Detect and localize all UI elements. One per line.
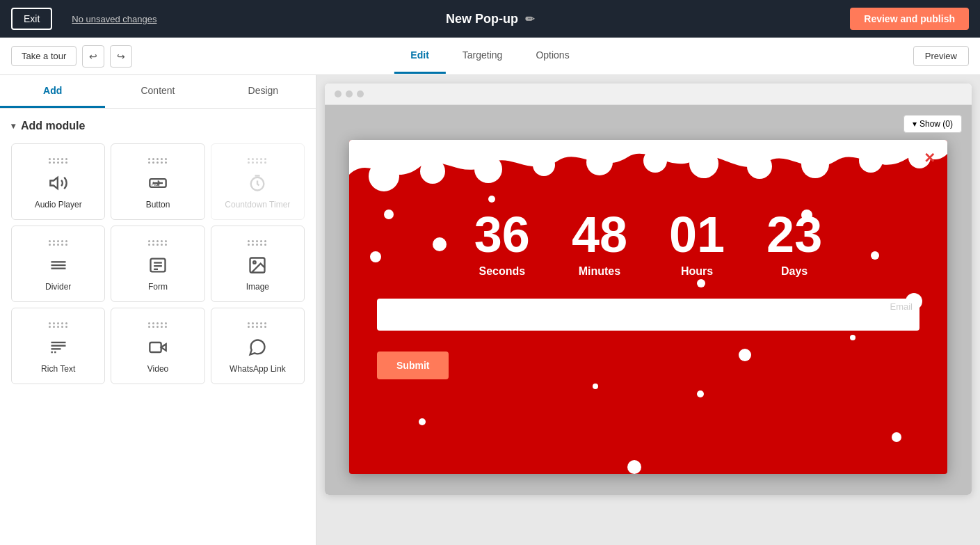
module-grid: Audio Player Aa| Button — [0, 138, 316, 395]
snow-dot — [801, 210, 812, 221]
chevron-down-icon[interactable]: ▾ — [11, 121, 15, 131]
module-button[interactable]: Aa| Button — [111, 143, 204, 220]
svg-point-21 — [420, 159, 445, 184]
edit-title-icon[interactable]: ✏ — [525, 13, 534, 26]
unsaved-changes-link[interactable]: No unsaved changes — [72, 14, 156, 24]
snow-dot — [697, 390, 704, 397]
snow-dot — [593, 384, 598, 389]
svg-point-23 — [533, 154, 555, 176]
module-image[interactable]: Image — [211, 226, 305, 302]
svg-rect-18 — [150, 342, 161, 352]
audio-player-label: Audio Player — [35, 200, 82, 210]
snow-dot — [384, 210, 394, 219]
button-module-icon: Aa| — [148, 173, 168, 193]
browser-dot-1 — [335, 90, 342, 97]
hours-label: Hours — [669, 265, 725, 278]
whatsapp-icon — [248, 338, 267, 357]
browser-top-bar — [325, 84, 972, 105]
sub-header: Take a tour ↩ ↪ Edit Targeting Options P… — [0, 38, 980, 75]
drag-handle-dots — [148, 322, 168, 328]
svg-point-14 — [253, 261, 256, 264]
svg-point-24 — [586, 149, 613, 175]
svg-point-28 — [801, 150, 829, 178]
tab-edit[interactable]: Edit — [394, 38, 445, 74]
snow-dot — [871, 251, 879, 260]
image-icon — [248, 255, 267, 275]
drag-handle-dots — [148, 240, 168, 246]
take-tour-button[interactable]: Take a tour — [11, 46, 77, 66]
whatsapp-link-label: WhatsApp Link — [230, 364, 286, 374]
tab-options[interactable]: Options — [519, 38, 586, 74]
svg-point-22 — [474, 155, 502, 183]
snow-dot — [627, 460, 641, 474]
svg-point-29 — [859, 149, 883, 173]
snow-dot — [488, 196, 495, 203]
show-button[interactable]: ▾ Show (0) — [903, 115, 962, 133]
chevron-down-icon: ▾ — [913, 119, 917, 129]
popup-title: New Pop-up ✏ — [446, 12, 534, 26]
snow-dot — [892, 432, 901, 442]
minutes-label: Minutes — [572, 265, 627, 278]
days-label: Days — [766, 265, 822, 278]
module-form[interactable]: Form — [111, 226, 204, 302]
email-section: Email — [349, 292, 947, 345]
top-header: Exit No unsaved changes New Pop-up ✏ Rev… — [0, 0, 980, 38]
browser-content: ▾ Show (0) — [325, 105, 972, 495]
module-video[interactable]: Video — [111, 308, 204, 384]
video-label: Video — [147, 364, 168, 374]
panel-tab-design[interactable]: Design — [211, 75, 316, 108]
svg-point-27 — [747, 154, 772, 179]
svg-point-20 — [369, 161, 399, 191]
module-divider[interactable]: Divider — [11, 226, 105, 302]
browser-chrome: ▾ Show (0) — [325, 84, 972, 495]
countdown-days: 23 Days — [766, 210, 822, 278]
popup-overlay: ✕ 36 Seconds 48 Minutes 01 — [349, 140, 947, 474]
seconds-number: 36 — [474, 210, 530, 260]
review-publish-button[interactable]: Review and publish — [850, 8, 969, 30]
svg-text:Aa|: Aa| — [152, 181, 160, 187]
days-number: 23 — [766, 210, 822, 260]
rich-text-icon — [49, 338, 68, 357]
undo-button[interactable]: ↩ — [82, 45, 104, 68]
add-module-header: ▾ Add module — [0, 109, 316, 138]
module-rich-text[interactable]: Rich Text — [11, 308, 105, 384]
panel-tabs: Add Content Design — [0, 75, 316, 109]
submit-section: Submit — [349, 345, 947, 400]
redo-button[interactable]: ↪ — [110, 45, 132, 68]
video-icon — [148, 338, 168, 357]
submit-button[interactable]: Submit — [377, 352, 449, 379]
snow-dot — [739, 349, 751, 361]
snow-decoration — [349, 140, 947, 196]
tab-targeting[interactable]: Targeting — [446, 38, 520, 74]
svg-marker-0 — [50, 177, 58, 189]
module-whatsapp-link[interactable]: WhatsApp Link — [211, 308, 305, 384]
module-countdown-timer: Countdown Timer — [211, 143, 305, 220]
popup-close-button[interactable]: ✕ — [918, 147, 940, 169]
seconds-label: Seconds — [474, 265, 530, 278]
countdown-timer-icon — [248, 173, 267, 193]
countdown-seconds: 36 Seconds — [474, 210, 530, 278]
audio-player-icon — [49, 173, 68, 193]
divider-label: Divider — [45, 282, 71, 292]
preview-button[interactable]: Preview — [913, 46, 969, 66]
browser-dot-2 — [346, 90, 353, 97]
button-label: Button — [146, 200, 170, 210]
close-icon: ✕ — [924, 150, 935, 166]
module-audio-player[interactable]: Audio Player — [11, 143, 105, 220]
panel-tab-content[interactable]: Content — [105, 75, 210, 108]
panel-tab-add[interactable]: Add — [0, 75, 105, 108]
exit-button[interactable]: Exit — [11, 8, 52, 30]
minutes-number: 48 — [572, 210, 627, 260]
form-label: Form — [148, 282, 168, 292]
snow-dot — [370, 251, 381, 262]
svg-point-26 — [689, 149, 718, 178]
email-input[interactable] — [377, 299, 919, 331]
drag-handle-dots — [148, 158, 168, 164]
hours-number: 01 — [669, 210, 725, 260]
countdown-hours: 01 Hours — [669, 210, 725, 278]
drag-handle-dots — [49, 322, 68, 328]
canvas-area: ▾ Show (0) — [316, 75, 980, 545]
drag-handle-dots — [248, 158, 267, 164]
drag-handle-dots — [248, 322, 267, 328]
browser-dot-3 — [357, 90, 364, 97]
